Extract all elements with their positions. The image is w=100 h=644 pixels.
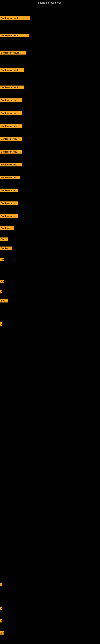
bottleneck-result-bar: B bbox=[0, 322, 2, 326]
bottleneck-result-bar: Bo bbox=[0, 280, 4, 283]
bottleneck-result-bar: Bottlenec bbox=[0, 226, 14, 230]
bottleneck-result-bar: Bottleneck re bbox=[0, 214, 18, 218]
bottleneck-result-bar: Bo bbox=[0, 631, 4, 634]
bottleneck-result-bar: Bottleneck resu bbox=[0, 98, 22, 102]
bottleneck-result-bar: Bottleneck re bbox=[0, 202, 18, 205]
bottleneck-result-bar: Bottleneck resu bbox=[0, 150, 22, 154]
bottleneck-result-bar: Bottleneck resu bbox=[0, 111, 22, 115]
bottleneck-result-bar: Bottleneck resul bbox=[0, 86, 24, 89]
bottleneck-result-bar: Bo bbox=[0, 258, 4, 261]
bottleneck-result-bar: B bbox=[0, 290, 2, 294]
bottleneck-result-bar: Bottleneck res bbox=[0, 176, 20, 179]
site-title: TheBottlenecker.com bbox=[0, 0, 100, 5]
bottleneck-result-bar: Bottleneck re bbox=[0, 188, 18, 192]
bottleneck-result-bar: Bottleneck resu bbox=[0, 124, 22, 128]
bottleneck-result-bar: Bottleneck result bbox=[0, 51, 26, 54]
bottleneck-result-bar: Bottlen bbox=[0, 246, 12, 250]
bottleneck-result-bar: Bottleneck result bbox=[0, 16, 30, 20]
bottleneck-result-bar: B bbox=[0, 607, 2, 610]
bottleneck-result-bar: Bott bbox=[0, 238, 8, 241]
bottleneck-result-bar: Bottleneck resu bbox=[0, 163, 22, 166]
bottleneck-result-bar: B bbox=[0, 619, 2, 622]
bottleneck-result-bar: Bottleneck resu bbox=[0, 137, 22, 141]
bottleneck-result-bar: Bottleneck resul bbox=[0, 68, 24, 72]
bottleneck-result-bar: B bbox=[0, 582, 2, 586]
bottleneck-result-bar: Bott bbox=[0, 299, 8, 302]
bottleneck-result-bar: Bottleneck result bbox=[0, 34, 29, 37]
